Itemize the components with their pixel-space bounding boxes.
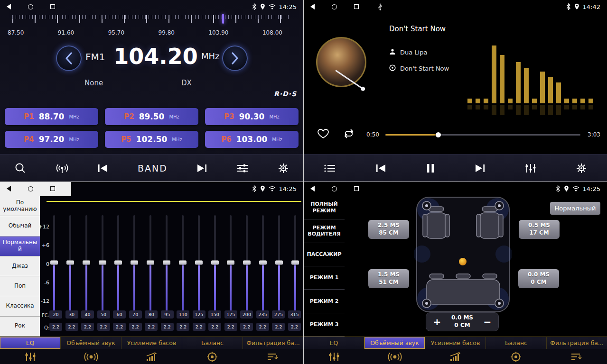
home-icon[interactable] <box>28 4 33 9</box>
slider-handle[interactable] <box>66 260 74 264</box>
eq-preset-item[interactable]: Классика <box>0 296 40 316</box>
broadcast-antenna-icon[interactable] <box>56 163 69 174</box>
eq-preset-item[interactable]: Поп <box>0 276 40 296</box>
delay-box-rear-right[interactable]: 0.0 MS 0 CM <box>518 269 559 288</box>
home-icon[interactable] <box>332 186 337 191</box>
album-art[interactable] <box>316 37 366 87</box>
radio-preset-p6[interactable]: P6103.00MHz <box>205 131 299 148</box>
back-icon[interactable] <box>7 4 11 9</box>
progress-knob[interactable] <box>436 132 441 137</box>
tab-filter-icon[interactable] <box>243 349 303 364</box>
search-icon[interactable] <box>14 162 27 174</box>
eq-sliders-icon[interactable] <box>525 163 536 173</box>
tab-balance-icon[interactable] <box>182 349 243 364</box>
slider-handle[interactable] <box>147 260 154 264</box>
slider-handle[interactable] <box>291 260 299 264</box>
surround-mode-item[interactable]: ПАССАЖИР <box>304 243 345 266</box>
back-icon[interactable] <box>7 186 11 191</box>
tab-filter-icon[interactable] <box>546 349 607 364</box>
eq-band-slider[interactable] <box>259 215 267 314</box>
back-icon[interactable] <box>310 4 315 9</box>
surround-mode-item[interactable]: РЕЖИМ 1 <box>304 266 345 290</box>
eq-band-slider[interactable] <box>163 215 170 314</box>
recents-icon[interactable] <box>50 186 55 191</box>
slider-handle[interactable] <box>83 260 90 264</box>
slider-handle[interactable] <box>114 260 122 264</box>
tab-eq[interactable]: EQ <box>304 337 364 349</box>
progress-bar[interactable] <box>385 134 580 136</box>
slider-handle[interactable] <box>259 260 267 264</box>
slider-handle[interactable] <box>163 260 170 264</box>
slider-handle[interactable] <box>227 260 234 264</box>
delay-increase-button[interactable]: + <box>430 316 444 328</box>
slider-handle[interactable] <box>50 260 58 264</box>
eq-preset-item[interactable]: По умолчанию <box>0 196 40 216</box>
seek-down-button[interactable] <box>56 46 82 71</box>
repeat-icon[interactable] <box>343 129 355 140</box>
surround-mode-item[interactable]: РЕЖИМ ВОДИТЕЛЯ <box>304 219 345 243</box>
settings-gear-icon[interactable] <box>576 163 587 174</box>
eq-band-slider[interactable] <box>195 215 203 314</box>
delay-box-front-left[interactable]: 2.5 MS 85 CM <box>368 220 409 239</box>
home-icon[interactable] <box>28 186 33 191</box>
slider-handle[interactable] <box>275 260 283 264</box>
tab-balance-icon[interactable] <box>486 349 546 364</box>
surround-mode-item[interactable]: РЕЖИМ 2 <box>304 290 345 313</box>
tab-eq-icon[interactable] <box>304 349 364 364</box>
delay-box-front-right[interactable]: 0.5 MS 17 CM <box>519 220 560 239</box>
eq-band-slider[interactable] <box>114 215 122 314</box>
previous-station-icon[interactable] <box>97 164 109 173</box>
eq-band-slider[interactable] <box>147 215 154 314</box>
tab-bass-boost[interactable]: Усиление басов <box>121 337 182 349</box>
slider-handle[interactable] <box>131 260 138 264</box>
next-track-icon[interactable] <box>474 164 486 173</box>
slider-handle[interactable] <box>211 260 219 264</box>
playlist-icon[interactable] <box>324 164 336 173</box>
tab-surround-sound[interactable]: Объёмный звук <box>61 337 121 349</box>
tab-bass-boost-icon[interactable] <box>425 349 486 364</box>
home-icon[interactable] <box>332 4 337 9</box>
eq-band-slider[interactable] <box>291 215 299 314</box>
recents-icon[interactable] <box>354 186 359 191</box>
sound-profile-button[interactable]: Нормальный <box>550 202 600 215</box>
frequency-scale[interactable] <box>12 15 289 23</box>
radio-preset-p3[interactable]: P390.30MHz <box>205 108 299 125</box>
eq-band-slider[interactable] <box>99 215 106 314</box>
eq-band-slider[interactable] <box>211 215 219 314</box>
back-icon[interactable] <box>310 186 315 191</box>
tab-eq[interactable]: EQ <box>0 337 61 349</box>
recents-icon[interactable] <box>354 4 359 9</box>
pause-icon[interactable] <box>426 163 435 173</box>
previous-track-icon[interactable] <box>375 164 387 173</box>
recents-icon[interactable] <box>50 4 55 9</box>
tab-balance[interactable]: Баланс <box>182 337 243 349</box>
eq-preset-item[interactable]: Обычай <box>0 216 40 236</box>
eq-band-slider[interactable] <box>243 215 251 314</box>
eq-band-slider[interactable] <box>83 215 90 314</box>
slider-handle[interactable] <box>195 260 203 264</box>
slider-handle[interactable] <box>99 260 106 264</box>
tab-bass-boost-icon[interactable] <box>121 349 182 364</box>
tab-eq-icon[interactable] <box>0 349 61 364</box>
eq-band-slider[interactable] <box>275 215 283 314</box>
slider-handle[interactable] <box>243 260 251 264</box>
radio-preset-p2[interactable]: P289.50MHz <box>105 108 198 125</box>
surround-mode-item[interactable]: ПОЛНЫЙ РЕЖИМ <box>304 196 345 219</box>
settings-gear-icon[interactable] <box>278 163 289 174</box>
radio-preset-p1[interactable]: P188.70MHz <box>5 108 98 125</box>
seek-up-button[interactable] <box>222 46 248 71</box>
eq-band-slider[interactable] <box>179 215 187 314</box>
eq-band-slider[interactable] <box>227 215 234 314</box>
tab-balance[interactable]: Баланс <box>486 337 547 349</box>
tab-bass-boost[interactable]: Усиление басов <box>425 337 486 349</box>
radio-preset-p4[interactable]: P497.20MHz <box>5 131 98 148</box>
delay-box-rear-left[interactable]: 1.5 MS 51 CM <box>368 269 409 288</box>
eq-preset-item[interactable]: Нормальный <box>0 237 40 256</box>
tab-surround-sound[interactable]: Объёмный звук <box>364 337 425 349</box>
eq-band-slider[interactable] <box>50 215 58 314</box>
band-button[interactable]: BAND <box>138 163 168 173</box>
delay-decrease-button[interactable]: − <box>480 316 495 328</box>
radio-preset-p5[interactable]: P5102.50MHz <box>105 131 198 148</box>
tab-filter[interactable]: Фильтрация ба... <box>547 337 607 349</box>
surround-mode-item[interactable]: РЕЖИМ 3 <box>304 313 345 337</box>
